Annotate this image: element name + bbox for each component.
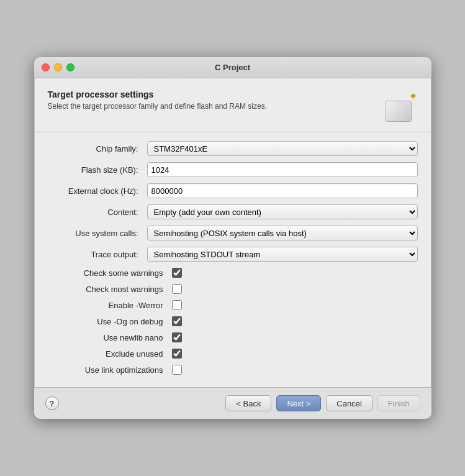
cancel-button[interactable]: Cancel bbox=[326, 395, 372, 411]
titlebar: C Project bbox=[34, 57, 431, 78]
finish-button[interactable]: Finish bbox=[377, 395, 420, 411]
chip-family-control: STM32F401xE bbox=[147, 141, 418, 156]
sparkle-icon: ✦ bbox=[409, 89, 418, 103]
check-most-warnings-row: Check most warnings bbox=[48, 284, 418, 294]
use-og-label: Use -Og on debug bbox=[48, 317, 172, 326]
next-button[interactable]: Next > bbox=[276, 395, 321, 411]
trace-output-label: Trace output: bbox=[48, 250, 147, 259]
flash-size-control bbox=[147, 162, 418, 177]
divider bbox=[34, 132, 431, 132]
check-most-warnings-checkbox[interactable] bbox=[172, 284, 182, 294]
exclude-unused-label: Exclude unused bbox=[48, 349, 172, 359]
use-og-row: Use -Og on debug bbox=[48, 316, 418, 326]
check-most-warnings-label: Check most warnings bbox=[48, 285, 172, 294]
dialog-content: Target processor settings Select the tar… bbox=[34, 78, 431, 381]
header-text: Target processor settings Select the tar… bbox=[48, 89, 268, 111]
system-calls-control: Semihosting (POSIX system calls via host… bbox=[147, 226, 418, 240]
minimize-button[interactable] bbox=[54, 63, 62, 71]
ext-clock-control bbox=[147, 183, 418, 198]
dialog-description: Select the target processor family and d… bbox=[48, 102, 268, 111]
system-calls-label: Use system calls: bbox=[48, 229, 147, 238]
footer: ? < Back Next > Cancel Finish bbox=[34, 387, 431, 419]
use-newlib-nano-row: Use newlib nano bbox=[48, 332, 418, 342]
content-control: Empty (add your own content) bbox=[147, 204, 418, 219]
use-link-opt-label: Use link optimizations bbox=[48, 365, 172, 375]
chip-family-row: Chip family: STM32F401xE bbox=[48, 141, 418, 156]
maximize-button[interactable] bbox=[66, 63, 74, 71]
header-row: Target processor settings Select the tar… bbox=[48, 89, 418, 122]
flash-size-row: Flash size (KB): bbox=[48, 162, 418, 177]
ext-clock-row: External clock (Hz): bbox=[48, 183, 418, 198]
footer-right: < Back Next > Cancel Finish bbox=[225, 395, 420, 411]
ext-clock-label: External clock (Hz): bbox=[48, 186, 147, 196]
window-title: C Project bbox=[215, 63, 250, 72]
check-some-warnings-checkbox[interactable] bbox=[172, 268, 182, 278]
exclude-unused-row: Exclude unused bbox=[48, 349, 418, 359]
trace-output-row: Trace output: Semihosting STDOUT stream bbox=[48, 247, 418, 262]
wizard-icon: ✦ bbox=[386, 89, 418, 122]
traffic-lights bbox=[42, 63, 74, 71]
use-link-opt-checkbox[interactable] bbox=[172, 365, 182, 375]
main-window: C Project Target processor settings Sele… bbox=[34, 57, 431, 419]
use-og-checkbox[interactable] bbox=[172, 316, 182, 326]
trace-output-control: Semihosting STDOUT stream bbox=[147, 247, 418, 262]
dialog-heading: Target processor settings bbox=[48, 89, 268, 99]
close-button[interactable] bbox=[42, 63, 50, 71]
footer-left: ? bbox=[45, 396, 59, 410]
enable-werror-row: Enable -Werror bbox=[48, 300, 418, 310]
system-calls-select[interactable]: Semihosting (POSIX system calls via host… bbox=[147, 226, 418, 240]
use-newlib-nano-checkbox[interactable] bbox=[172, 332, 182, 342]
check-some-warnings-label: Check some warnings bbox=[48, 268, 172, 278]
content-select[interactable]: Empty (add your own content) bbox=[147, 204, 418, 219]
help-button[interactable]: ? bbox=[45, 396, 59, 410]
check-some-warnings-row: Check some warnings bbox=[48, 268, 418, 278]
use-link-opt-row: Use link optimizations bbox=[48, 365, 418, 375]
system-calls-row: Use system calls: Semihosting (POSIX sys… bbox=[48, 226, 418, 240]
chip-family-label: Chip family: bbox=[48, 144, 147, 153]
content-row: Content: Empty (add your own content) bbox=[48, 204, 418, 219]
flash-size-label: Flash size (KB): bbox=[48, 165, 147, 175]
content-label: Content: bbox=[48, 208, 147, 217]
ext-clock-input[interactable] bbox=[147, 183, 418, 198]
exclude-unused-checkbox[interactable] bbox=[172, 349, 182, 359]
form-body: Chip family: STM32F401xE Flash size (KB)… bbox=[48, 141, 418, 381]
flash-size-input[interactable] bbox=[147, 162, 418, 177]
enable-werror-checkbox[interactable] bbox=[172, 300, 182, 310]
use-newlib-nano-label: Use newlib nano bbox=[48, 333, 172, 342]
icon-box bbox=[386, 101, 412, 122]
chip-family-select[interactable]: STM32F401xE bbox=[147, 141, 418, 156]
trace-output-select[interactable]: Semihosting STDOUT stream bbox=[147, 247, 418, 262]
back-button[interactable]: < Back bbox=[225, 395, 271, 411]
enable-werror-label: Enable -Werror bbox=[48, 301, 172, 310]
